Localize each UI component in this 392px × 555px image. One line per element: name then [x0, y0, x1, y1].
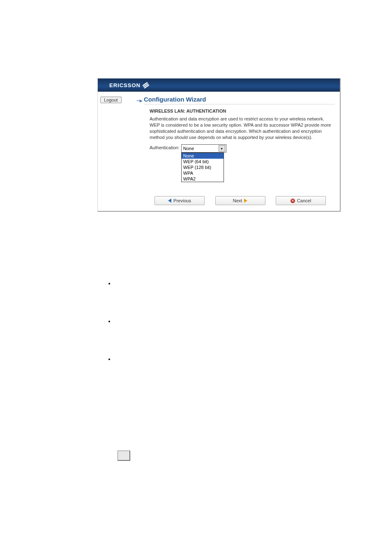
chevron-down-icon: ▾	[219, 145, 225, 152]
next-button[interactable]: Next	[215, 196, 265, 205]
arrow-right-icon	[244, 199, 247, 203]
previous-button-label: Previous	[173, 198, 191, 203]
list-item	[114, 356, 336, 362]
divider	[144, 104, 335, 104]
wizard-title: Configuration Wizard	[144, 96, 335, 103]
authentication-option[interactable]: WPA	[182, 170, 224, 176]
wizard-description: Authentication and data encryption are u…	[150, 116, 335, 140]
authentication-selected-value: None	[183, 146, 194, 151]
previous-button[interactable]: Previous	[154, 196, 205, 205]
cancel-button[interactable]: × Cancel	[276, 196, 326, 205]
authentication-option[interactable]: WEP (64 bit)	[182, 159, 224, 164]
embedded-screenshot: ERICSSON Logout ···▸ Configuration Wizar…	[97, 78, 341, 212]
cancel-button-label: Cancel	[297, 198, 311, 203]
logout-button[interactable]: Logout	[100, 97, 122, 103]
authentication-label: Authentication:	[150, 144, 181, 150]
list-item	[114, 280, 336, 286]
list-item	[114, 318, 336, 324]
authentication-option[interactable]: WPA2	[182, 176, 224, 182]
next-button-label: Next	[233, 198, 242, 203]
wizard-progress-icon: ···▸	[136, 97, 142, 104]
authentication-option[interactable]: None	[182, 153, 224, 159]
bullet-list	[98, 280, 336, 394]
cancel-icon: ×	[291, 199, 295, 203]
arrow-left-icon	[168, 199, 171, 203]
brand-text: ERICSSON	[109, 82, 141, 88]
next-placeholder-icon	[118, 451, 130, 461]
brand-banner: ERICSSON	[98, 79, 340, 92]
authentication-dropdown-open[interactable]: None WEP (64 bit) WEP (128 bit) WPA WPA2	[181, 153, 224, 182]
wizard-subtitle: WIRELESS LAN: AUTHENTICATION	[150, 109, 335, 113]
authentication-option[interactable]: WEP (128 bit)	[182, 164, 224, 170]
brand-stripes-icon	[143, 81, 150, 89]
authentication-select[interactable]: None ▾	[181, 144, 226, 153]
